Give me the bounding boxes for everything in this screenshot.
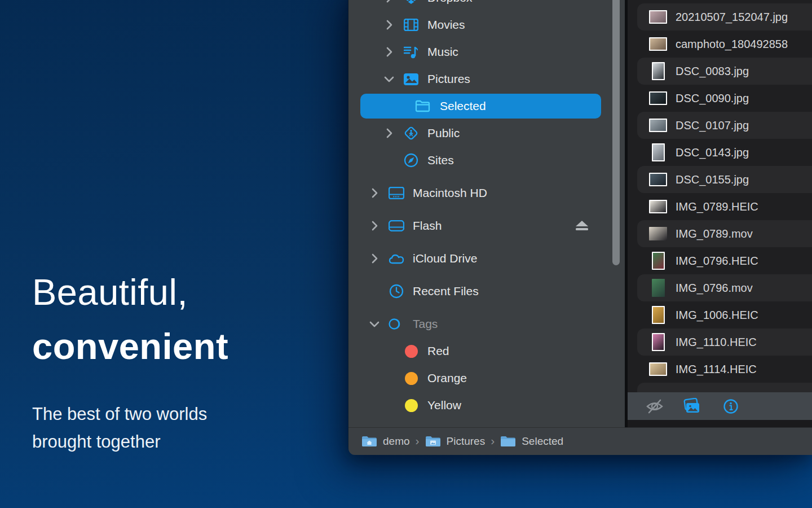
sidebar-item-macintosh-hd[interactable]: Macintosh HD [348,179,625,207]
toggle-previews-button[interactable] [682,398,700,415]
hero-subtitle-line1: The best of two worlds [32,400,228,428]
breadcrumb-label: demo [383,435,410,448]
dropbox-icon [403,0,420,6]
file-name: IMG_0789.mov [676,227,753,240]
folder-icon [500,435,516,448]
file-list: 20210507_152047.jpg camphoto_180492858 D… [628,0,812,392]
toggle-hidden-files-button[interactable] [645,398,664,414]
sidebar-item-public[interactable]: Public [348,120,625,147]
file-name: DSC_0090.jpg [676,92,749,105]
hero-subtitle: The best of two worlds brought together [32,400,228,456]
home-folder-icon [361,435,377,448]
tag-color-dot [405,399,418,412]
info-button[interactable] [723,398,739,414]
file-thumbnail [648,169,668,190]
photos-icon [682,398,700,415]
sidebar-item-sites[interactable]: Sites [348,147,625,174]
chevron-down-icon[interactable] [368,317,381,331]
chevron-placeholder [382,154,396,167]
sidebar-item-music[interactable]: Music [348,38,625,65]
file-name: IMG_1110.HEIC [676,336,757,349]
file-row[interactable]: DSC_0083.jpg [628,58,812,85]
sidebar-item-label: Pictures [427,72,470,86]
music-icon [403,43,420,60]
sidebar-item-label: Movies [427,18,465,32]
breadcrumb-item-pictures[interactable]: Pictures [425,435,486,448]
sidebar-section-tags[interactable]: Tags [348,310,625,338]
file-row[interactable]: IMG_1110.HEIC [628,329,812,356]
file-row[interactable]: IMG_1006.HEIC [628,301,812,329]
file-thumbnail [648,224,668,244]
icloud-icon [388,250,405,267]
tags-icon [388,316,405,332]
file-row[interactable]: camphoto_180492858 [628,30,812,58]
sidebar-scrollbar[interactable] [612,0,620,265]
sidebar-item-flash[interactable]: Flash [348,212,625,239]
sidebar-item-label: Selected [440,99,486,113]
chevron-right-icon[interactable] [382,126,396,140]
external-drive-icon [388,217,405,234]
sidebar-tag-yellow[interactable]: Yellow [348,392,625,419]
file-row[interactable]: 20210507_152047.jpg [628,3,812,30]
chevron-placeholder [382,371,396,385]
sidebar-tag-orange[interactable]: Orange [348,365,625,392]
hero-text-block: Beautiful, convenient The best of two wo… [32,273,228,456]
file-row[interactable]: DSC_0107.jpg [628,112,812,139]
chevron-right-icon[interactable] [382,45,396,59]
file-manager-window: Dropbox Movies [348,0,812,455]
sidebar-item-label: Dropbox [427,0,472,5]
file-name: IMG_1006.HEIC [676,309,758,322]
file-row[interactable]: IMG_1114.HEIC [628,356,812,383]
sidebar-item-label: iCloud Drive [413,252,477,265]
sidebar-item-label: Public [427,126,460,140]
chevron-right-icon[interactable] [368,186,381,200]
sidebar-item-selected[interactable]: Selected [360,94,601,119]
sidebar-item-pictures[interactable]: Pictures [348,65,625,93]
file-name: DSC_0107.jpg [676,119,749,132]
sidebar-item-recent-files[interactable]: Recent Files [348,278,625,305]
chevron-down-icon[interactable] [382,72,396,86]
file-row-partial [628,383,812,392]
file-thumbnail [648,115,668,135]
file-row[interactable]: IMG_0789.HEIC [628,193,812,220]
file-row[interactable]: DSC_0090.jpg [628,85,812,112]
file-name: DSC_0143.jpg [676,146,749,159]
file-thumbnail [648,7,668,27]
chevron-right-icon[interactable] [382,0,396,5]
file-thumbnail [648,251,668,271]
file-row[interactable]: IMG_0789.mov [628,220,812,247]
folder-icon [414,98,431,115]
file-thumbnail [648,332,668,352]
sidebar-item-movies[interactable]: Movies [348,11,625,38]
file-row[interactable]: DSC_0143.jpg [628,139,812,166]
sidebar-section-label: Tags [413,317,438,331]
chevron-placeholder [368,284,381,298]
file-row[interactable]: IMG_0796.mov [628,274,812,301]
chevron-right-icon[interactable] [368,219,381,233]
sites-icon [403,152,420,169]
file-name: IMG_0796.HEIC [676,255,758,268]
breadcrumb-item-demo[interactable]: demo [361,435,410,448]
file-name: IMG_0789.HEIC [676,200,758,213]
file-name: DSC_0083.jpg [676,65,749,78]
eject-icon[interactable] [575,221,589,231]
tag-label: Yellow [427,398,461,412]
sidebar: Dropbox Movies [348,0,625,427]
sidebar-item-label: Recent Files [413,284,479,298]
tag-color-dot [405,345,418,358]
chevron-right-icon[interactable] [382,18,396,32]
sidebar-tag-red[interactable]: Red [348,338,625,365]
breadcrumb-item-selected[interactable]: Selected [500,435,563,448]
hero-title-line2: convenient [32,327,228,366]
info-icon [723,398,739,414]
file-name: IMG_1114.HEIC [676,363,757,376]
sidebar-item-label: Music [427,45,458,59]
file-row[interactable]: IMG_0796.HEIC [628,247,812,274]
file-name: camphoto_180492858 [676,38,788,51]
public-icon [403,125,420,142]
chevron-right-icon[interactable] [368,252,381,265]
file-row[interactable]: DSC_0155.jpg [628,166,812,193]
sidebar-item-dropbox[interactable]: Dropbox [348,0,625,11]
breadcrumb-separator: › [491,434,495,448]
sidebar-item-icloud-drive[interactable]: iCloud Drive [348,245,625,272]
